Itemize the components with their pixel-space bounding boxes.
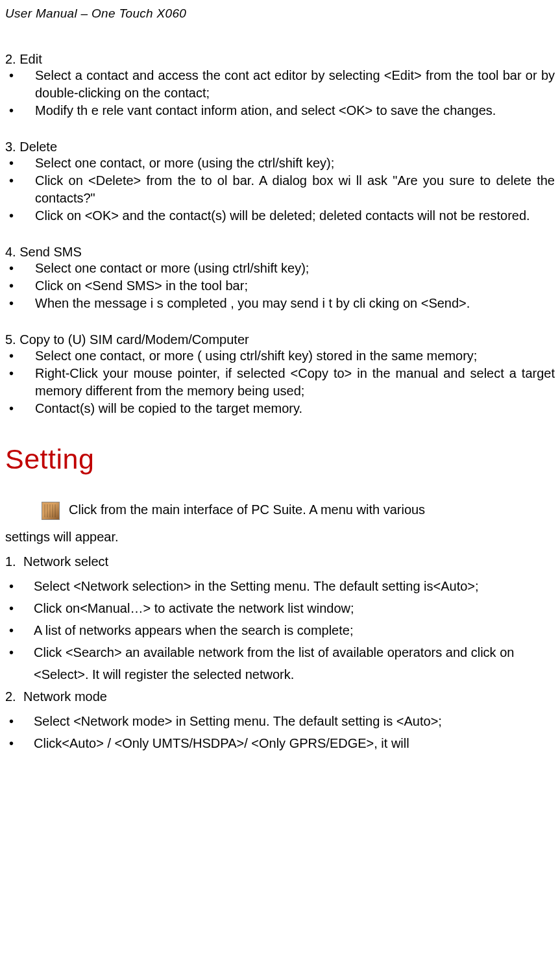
intro-line-2: settings will appear. [5,526,555,548]
list-item: Click<Auto> / <Only UMTS/HSDPA>/ <Only G… [5,732,555,754]
numbered-item-1: 1.Network select [5,550,555,572]
list-item: Select one contact, or more ( using ctrl… [5,347,555,365]
network-mode-list: Select <Network mode> in Setting menu. T… [5,710,555,754]
section-4-title: 4. Send SMS [5,245,555,260]
setting-heading: Setting [5,443,555,475]
settings-icon [42,502,60,520]
list-item: Right-Click your mouse pointer, if selec… [5,365,555,400]
item-title: Network mode [23,689,107,704]
list-item: Select one contact, or more (using the c… [5,154,555,172]
section-5-title: 5. Copy to (U) SIM card/Modem/Computer [5,332,555,347]
list-item: Select <Network selection> in the Settin… [5,575,555,597]
section-2-title: 2. Edit [5,52,555,67]
section-5-list: Select one contact, or more ( using ctrl… [5,347,555,417]
item-title: Network select [23,554,108,569]
list-item: Click on <Delete> from the to ol bar. A … [5,172,555,207]
list-item: Contact(s) will be copied to the target … [5,400,555,417]
item-number: 2. [5,685,23,708]
list-item: Click <Search> an available network from… [5,641,555,685]
list-item: When the message i s completed , you may… [5,295,555,312]
list-item: Click on <OK> and the contact(s) will be… [5,207,555,225]
manual-header: User Manual – One Touch X060 [5,6,555,21]
section-3-title: 3. Delete [5,140,555,154]
list-item: Modify th e rele vant contact inform ati… [5,102,555,119]
numbered-item-2: 2.Network mode [5,685,555,708]
list-item: Select a contact and access the cont act… [5,67,555,102]
list-item: Select one contact or more (using ctrl/s… [5,260,555,277]
list-item: Click on<Manual…> to activate the networ… [5,597,555,619]
section-4-list: Select one contact or more (using ctrl/s… [5,260,555,312]
item-number: 1. [5,550,23,572]
section-2-list: Select a contact and access the cont act… [5,67,555,119]
network-select-list: Select <Network selection> in the Settin… [5,575,555,685]
intro-line-1: Click from the main interface of PC Suit… [5,498,555,521]
list-item: Select <Network mode> in Setting menu. T… [5,710,555,732]
intro-text-1: Click from the main interface of PC Suit… [69,502,425,517]
list-item: A list of networks appears when the sear… [5,619,555,641]
section-3-list: Select one contact, or more (using the c… [5,154,555,225]
list-item: Click on <Send SMS> in the tool bar; [5,277,555,295]
